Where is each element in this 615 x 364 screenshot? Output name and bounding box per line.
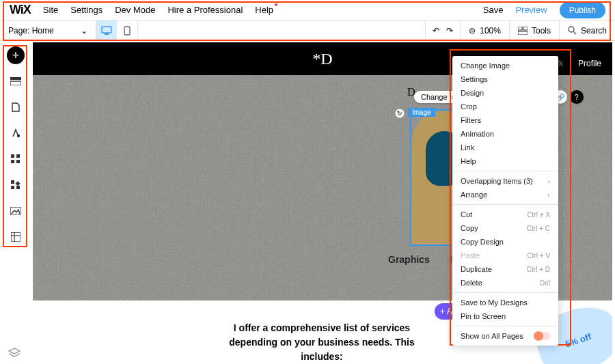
ctx-duplicate[interactable]: DuplicateCtrl + D bbox=[452, 262, 558, 276]
ctx-show-all[interactable]: Show on All Pages bbox=[452, 329, 558, 343]
svg-rect-9 bbox=[10, 81, 21, 85]
svg-point-6 bbox=[569, 27, 574, 32]
search-label: Search bbox=[581, 26, 607, 36]
ctx-save-designs[interactable]: Save to My Designs bbox=[452, 296, 558, 309]
ctx-design[interactable]: Design bbox=[452, 86, 558, 100]
desktop-icon bbox=[101, 26, 112, 36]
zoom-out-icon: ⊖ bbox=[469, 26, 476, 36]
svg-rect-2 bbox=[124, 27, 130, 35]
services-text: I offer a comprehensive list of services… bbox=[202, 321, 441, 364]
caption-graphics: Graphics bbox=[388, 254, 430, 265]
editor-canvas[interactable]: *D Home Work Profile D Change Im ⚙ ✎ ⧉ ◧… bbox=[33, 42, 612, 364]
undo-button[interactable]: ↶ bbox=[433, 26, 439, 36]
svg-rect-0 bbox=[102, 27, 111, 33]
app-menubar: WiX Site Settings Dev Mode Hire a Profes… bbox=[0, 0, 615, 20]
my-business-button[interactable] bbox=[7, 176, 25, 194]
svg-rect-8 bbox=[10, 77, 21, 80]
site-brand: *D bbox=[312, 50, 332, 68]
mobile-view-button[interactable] bbox=[117, 20, 137, 40]
pages-button[interactable] bbox=[7, 98, 25, 116]
menu-help[interactable]: Help bbox=[255, 5, 273, 15]
ctx-copy-design[interactable]: Copy Design bbox=[452, 235, 558, 249]
svg-rect-18 bbox=[16, 186, 20, 189]
ctx-overlapping[interactable]: Overlapping Items (3)› bbox=[452, 174, 558, 188]
ctx-crop[interactable]: Crop bbox=[452, 100, 558, 113]
redo-button[interactable]: ↷ bbox=[446, 26, 453, 36]
wix-logo: WiX bbox=[10, 3, 31, 17]
add-element-button[interactable]: + bbox=[7, 46, 25, 64]
tools-icon bbox=[518, 27, 528, 35]
menu-site[interactable]: Site bbox=[43, 5, 58, 15]
apps-button[interactable] bbox=[7, 150, 25, 168]
save-button[interactable]: Save bbox=[483, 5, 504, 15]
ctx-settings[interactable]: Settings bbox=[452, 72, 558, 86]
show-all-toggle[interactable] bbox=[534, 332, 550, 340]
ctx-copy[interactable]: CopyCtrl + C bbox=[452, 221, 558, 235]
page-selector[interactable]: Page: Home ⌄ bbox=[0, 20, 96, 40]
svg-rect-5 bbox=[518, 31, 528, 35]
ctx-link[interactable]: Link bbox=[452, 141, 558, 154]
menu-settings[interactable]: Settings bbox=[70, 5, 102, 15]
search-button[interactable]: Search bbox=[559, 20, 615, 40]
design-button[interactable] bbox=[7, 124, 25, 142]
ctx-pin[interactable]: Pin to Screen bbox=[452, 309, 558, 323]
svg-rect-11 bbox=[11, 154, 14, 158]
svg-point-10 bbox=[17, 135, 20, 137]
desktop-view-button[interactable] bbox=[96, 20, 117, 40]
ctx-cut[interactable]: CutCtrl + X bbox=[452, 208, 558, 221]
chevron-right-icon: › bbox=[547, 177, 550, 185]
svg-rect-16 bbox=[15, 181, 20, 186]
nav-profile[interactable]: Profile bbox=[578, 59, 601, 68]
context-menu: Change Image Settings Design Crop Filter… bbox=[452, 56, 558, 346]
sections-button[interactable] bbox=[7, 72, 25, 90]
ctx-paste: PasteCtrl + V bbox=[452, 249, 558, 262]
preview-button[interactable]: Preview bbox=[515, 5, 547, 15]
chevron-down-icon: ⌄ bbox=[81, 26, 87, 36]
menu-devmode[interactable]: Dev Mode bbox=[115, 5, 155, 15]
help-pill[interactable]: ? bbox=[570, 90, 584, 104]
svg-line-7 bbox=[573, 31, 576, 34]
app-subbar: Page: Home ⌄ ↶ ↷ ⊖ 100% Tools Search bbox=[0, 20, 615, 41]
device-switcher bbox=[96, 20, 138, 40]
search-icon bbox=[568, 26, 577, 35]
history-controls: ↶ ↷ bbox=[425, 20, 460, 40]
svg-rect-13 bbox=[11, 160, 14, 163]
ctx-filters[interactable]: Filters bbox=[452, 113, 558, 127]
content-manager-button[interactable] bbox=[7, 228, 25, 246]
svg-rect-17 bbox=[11, 186, 14, 189]
svg-rect-1 bbox=[105, 33, 109, 35]
page-selector-label: Page: Home bbox=[8, 26, 54, 36]
svg-rect-3 bbox=[518, 27, 522, 30]
tools-button[interactable]: Tools bbox=[509, 20, 559, 40]
svg-rect-12 bbox=[16, 154, 20, 158]
services-line: I offer a comprehensive list of services bbox=[234, 322, 410, 333]
ctx-animation[interactable]: Animation bbox=[452, 127, 558, 141]
ctx-delete[interactable]: DeleteDel bbox=[452, 276, 558, 290]
ctx-help[interactable]: Help bbox=[452, 154, 558, 168]
svg-rect-4 bbox=[523, 27, 528, 30]
chevron-right-icon: › bbox=[547, 191, 550, 199]
layers-button[interactable] bbox=[8, 348, 20, 359]
left-tool-rail: + bbox=[5, 46, 26, 246]
selection-type-badge: Image bbox=[408, 108, 435, 117]
zoom-value: 100% bbox=[480, 26, 501, 36]
media-button[interactable] bbox=[7, 202, 25, 220]
svg-rect-15 bbox=[11, 180, 14, 184]
mobile-icon bbox=[124, 26, 131, 36]
services-line: includes: bbox=[301, 351, 342, 362]
menu-hire[interactable]: Hire a Professional bbox=[167, 5, 243, 15]
ctx-change-image[interactable]: Change Image bbox=[452, 59, 558, 72]
rotate-handle[interactable]: ↻ bbox=[395, 109, 405, 118]
publish-button[interactable]: Publish bbox=[560, 2, 605, 18]
svg-rect-14 bbox=[16, 160, 20, 163]
zoom-control[interactable]: ⊖ 100% bbox=[460, 20, 509, 40]
svg-rect-20 bbox=[11, 232, 20, 242]
ctx-arrange[interactable]: Arrange› bbox=[452, 188, 558, 201]
services-line: depending on your business needs. This bbox=[229, 337, 414, 348]
tools-label: Tools bbox=[532, 26, 551, 36]
